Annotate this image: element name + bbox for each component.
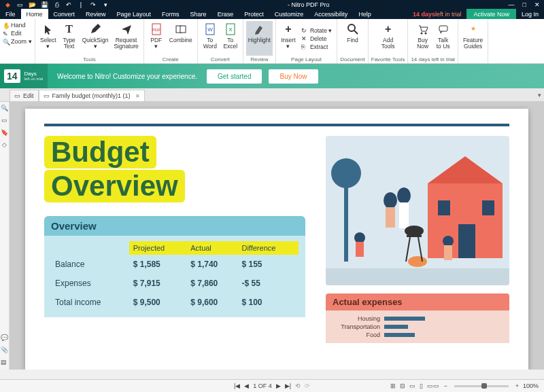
overview-header: Overview: [44, 216, 305, 236]
continuous-icon[interactable]: ▯: [420, 382, 423, 389]
group-label: Tools: [83, 56, 96, 63]
activate-button[interactable]: Activate Now: [466, 9, 516, 19]
open-icon[interactable]: 📂: [29, 1, 35, 8]
undo-icon[interactable]: ↶: [65, 1, 72, 8]
first-page-icon[interactable]: |◀: [234, 382, 240, 389]
rotate-button[interactable]: ↻Rotate ▾: [299, 26, 334, 35]
svg-text:PDF: PDF: [152, 28, 160, 32]
last-page-icon[interactable]: ▶|: [285, 382, 291, 389]
type-text-button[interactable]: TTypeText: [60, 21, 79, 56]
tab-share[interactable]: Share: [185, 9, 212, 19]
page-indicator: 1 OF 4: [253, 382, 272, 389]
tab-forms[interactable]: Forms: [156, 9, 185, 19]
pages-panel-icon[interactable]: ▭: [1, 117, 7, 124]
fit-width-icon[interactable]: ⊞: [390, 382, 396, 389]
close-tab-icon[interactable]: ✕: [135, 93, 140, 99]
redo-icon[interactable]: ↷: [90, 1, 97, 8]
zoom-in-icon[interactable]: +: [515, 382, 519, 389]
to-excel-button[interactable]: XToExcel: [221, 21, 240, 56]
ribbon-group-create: PDFPDF▾CombineCreate: [144, 19, 198, 63]
menu-bar: File Home Convert Review Page Layout For…: [0, 9, 544, 19]
table-row: Balance$ 1,585$ 1,740$ 155: [51, 255, 299, 274]
expense-row: Transportation: [333, 323, 503, 331]
login-button[interactable]: Log In: [516, 9, 544, 19]
get-started-button[interactable]: Get started: [207, 69, 262, 84]
buy-now-button[interactable]: Buy Now: [269, 69, 318, 84]
minimize-button[interactable]: —: [509, 1, 515, 8]
tab-home[interactable]: Home: [21, 9, 48, 19]
fit-page-icon[interactable]: ⊟: [400, 382, 405, 389]
to-word-button[interactable]: WToWord: [201, 21, 220, 56]
insert-button[interactable]: +Insert▾: [279, 21, 298, 56]
pdf-button[interactable]: PDFPDF▾: [147, 21, 166, 56]
edit-tool[interactable]: ✎Edit: [3, 29, 32, 37]
document-tab[interactable]: ▭Family budget (monthly)1 (1)✕: [39, 90, 145, 101]
close-button[interactable]: ✕: [534, 1, 540, 8]
hand-tool[interactable]: ✋Hand: [3, 21, 32, 29]
add-tools-icon: +: [381, 22, 395, 36]
document-tabs: ▭Edit ▭Family budget (monthly)1 (1)✕ ▾: [0, 88, 544, 102]
zoom-icon: 🔍: [3, 39, 9, 45]
facing-icon[interactable]: ▭▭: [427, 382, 439, 389]
tab-convert[interactable]: Convert: [48, 9, 81, 19]
tab-overflow-icon[interactable]: ▾: [534, 88, 544, 101]
feature-guides-button[interactable]: ★FeatureGuides: [461, 21, 485, 62]
ribbon-group-14-days-left-in-trial: BuyNowTalkto Us14 days left in trial: [408, 19, 458, 63]
tab-customize[interactable]: Customize: [269, 9, 309, 19]
next-page-icon[interactable]: ▶: [276, 382, 281, 389]
extract-button[interactable]: ⎘Extract: [299, 43, 334, 51]
tab-help[interactable]: Help: [353, 9, 377, 19]
request-signature-icon: [120, 22, 133, 36]
group-label: 14 days left in trial: [411, 56, 454, 63]
rotate-icon: ↻: [301, 27, 308, 34]
maximize-button[interactable]: □: [523, 1, 526, 8]
buy-now-icon: [416, 22, 430, 36]
tab-review[interactable]: Review: [80, 9, 112, 19]
edit-tab[interactable]: ▭Edit: [10, 90, 39, 101]
tab-erase[interactable]: Erase: [212, 9, 239, 19]
comments-panel-icon[interactable]: 💬: [1, 334, 8, 341]
save-icon[interactable]: 💾: [41, 1, 48, 8]
qat-dropdown-icon[interactable]: ▾: [102, 1, 109, 8]
zoom-slider[interactable]: [454, 385, 509, 387]
talk-to-us-button[interactable]: Talkto Us: [434, 21, 453, 56]
add-tools-button[interactable]: +AddTools: [379, 21, 398, 56]
request-signature-button[interactable]: RequestSignature: [112, 21, 140, 56]
select-button[interactable]: Select▾: [38, 21, 58, 56]
svg-rect-22: [386, 207, 395, 228]
nav-fwd-icon[interactable]: ⟳: [305, 382, 310, 389]
find-button[interactable]: Find: [343, 21, 362, 56]
svg-point-30: [405, 226, 424, 236]
svg-point-21: [384, 192, 397, 209]
tab-file[interactable]: File: [0, 9, 21, 19]
zoom-out-icon[interactable]: −: [443, 382, 447, 389]
search-panel-icon[interactable]: 🔍: [1, 105, 8, 111]
attachments-panel-icon[interactable]: 📎: [1, 346, 8, 353]
tab-page-layout[interactable]: Page Layout: [112, 9, 157, 19]
col-difference: Difference: [237, 241, 299, 255]
print-icon[interactable]: ⎙: [53, 1, 60, 8]
edit-icon: ▭: [14, 92, 20, 99]
buy-now-button[interactable]: BuyNow: [413, 21, 432, 56]
ribbon-group-favorite-tools: +AddToolsFavorite Tools: [369, 19, 409, 63]
svg-point-29: [408, 256, 427, 267]
combine-button[interactable]: Combine: [167, 21, 194, 56]
zoom-tool[interactable]: 🔍Zoom ▾: [3, 37, 32, 46]
document-canvas[interactable]: Budget Overview Overview Projected Actua…: [10, 102, 544, 370]
nav-back-icon[interactable]: ⟲: [295, 382, 301, 389]
single-page-icon[interactable]: ▭: [409, 382, 415, 389]
delete-button[interactable]: ✕Delete: [299, 35, 334, 43]
quicksign-button[interactable]: QuickSign▾: [80, 21, 111, 56]
tab-protect[interactable]: Protect: [239, 9, 269, 19]
tag-panel-icon[interactable]: ◇: [2, 141, 7, 148]
prev-page-icon[interactable]: ◀: [244, 382, 249, 389]
welcome-message: Welcome to Nitro! Customize your experie…: [48, 73, 207, 80]
ribbon-group-review: HighlightReview: [243, 19, 276, 63]
doc-icon: ▭: [44, 92, 50, 99]
tab-accessibility[interactable]: Accessibility: [309, 9, 353, 19]
bookmarks-panel-icon[interactable]: 🔖: [1, 129, 8, 136]
app-icon: ◆: [4, 1, 11, 8]
new-icon[interactable]: ▭: [16, 1, 23, 8]
highlight-button[interactable]: Highlight: [246, 21, 273, 56]
layers-panel-icon[interactable]: ▤: [1, 359, 8, 366]
